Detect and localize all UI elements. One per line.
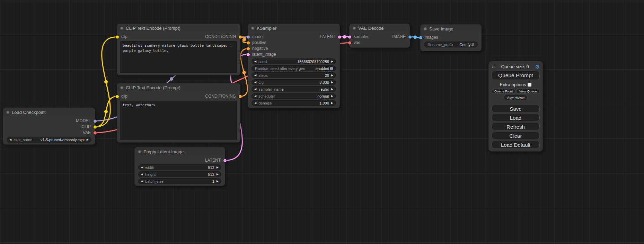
model-output-port[interactable]: [94, 119, 97, 123]
queue-prompt-button[interactable]: Queue Prompt: [492, 71, 540, 80]
filename-prefix-widget[interactable]: filename_prefix ComfyUI: [424, 42, 478, 47]
output-slot-label: CLIP: [81, 124, 91, 130]
negative-prompt-textarea[interactable]: text, watermark: [120, 101, 237, 140]
decrement-arrow-icon[interactable]: ◀: [254, 60, 256, 63]
image-output-port[interactable]: [408, 35, 412, 38]
slot-row: negative: [248, 46, 339, 52]
steps-widget[interactable]: ◀ steps 20 ▶: [252, 72, 336, 78]
clip-input-port[interactable]: [116, 95, 119, 98]
slot-row: model LATENT: [248, 34, 339, 40]
node-title-bar[interactable]: CLIP Text Encode (Prompt): [117, 83, 240, 92]
latent-output-port[interactable]: [338, 35, 341, 38]
decrement-arrow-icon[interactable]: ◀: [9, 138, 11, 141]
collapse-dot-icon[interactable]: [120, 27, 123, 30]
save-button[interactable]: Save: [492, 105, 540, 112]
decrement-arrow-icon[interactable]: ◀: [254, 95, 256, 98]
widget-label: cfg: [258, 80, 264, 84]
collapse-dot-icon[interactable]: [251, 27, 254, 30]
increment-arrow-icon[interactable]: ▶: [331, 81, 333, 84]
collapse-dot-icon[interactable]: [138, 150, 141, 153]
cfg-widget[interactable]: ◀ cfg 8.000 ▶: [252, 79, 336, 85]
decrement-arrow-icon[interactable]: ◀: [254, 81, 256, 84]
view-history-button[interactable]: View History: [504, 95, 528, 100]
negative-input-port[interactable]: [247, 47, 250, 50]
model-input-port[interactable]: [247, 35, 250, 38]
node-clip-text-encode-negative[interactable]: CLIP Text Encode (Prompt) clip CONDITION…: [117, 83, 240, 143]
collapse-dot-icon[interactable]: [353, 27, 356, 30]
node-clip-text-encode-positive[interactable]: CLIP Text Encode (Prompt) clip CONDITION…: [117, 24, 240, 75]
increment-arrow-icon[interactable]: ▶: [331, 60, 333, 63]
vae-output-port[interactable]: [94, 131, 97, 134]
samples-input-port[interactable]: [348, 35, 351, 38]
node-title: KSampler: [257, 26, 276, 31]
settings-gear-icon[interactable]: ⚙: [535, 64, 540, 69]
ckpt-name-widget[interactable]: ◀ ckpt_name v1-5-pruned-emaonly.ckpt ▶: [7, 137, 91, 143]
output-slot-row: CLIP: [3, 124, 95, 130]
drag-handle-icon[interactable]: ⠿: [492, 64, 495, 69]
positive-input-port[interactable]: [247, 41, 250, 44]
view-queue-button[interactable]: View Queue: [516, 89, 540, 94]
refresh-button[interactable]: Refresh: [492, 123, 540, 130]
increment-arrow-icon[interactable]: ▶: [331, 88, 333, 91]
conditioning-output-port[interactable]: [239, 95, 242, 98]
node-title-bar[interactable]: Save Image: [421, 25, 481, 33]
increment-arrow-icon[interactable]: ▶: [331, 74, 333, 77]
increment-arrow-icon[interactable]: ▶: [217, 166, 219, 169]
latent-image-input-port[interactable]: [247, 53, 250, 56]
scheduler-widget[interactable]: ◀ scheduler normal ▶: [252, 93, 336, 99]
width-widget[interactable]: ◀ width 512 ▶: [138, 164, 221, 170]
node-save-image[interactable]: Save Image images filename_prefix ComfyU…: [420, 24, 482, 51]
extra-options-label: Extra options: [500, 82, 526, 87]
node-load-checkpoint[interactable]: Load Checkpoint MODEL CLIP VAE ◀ ckpt_na…: [3, 108, 95, 145]
widget-label: seed: [258, 60, 267, 64]
node-title-bar[interactable]: CLIP Text Encode (Prompt): [117, 24, 240, 32]
clip-output-port[interactable]: [94, 125, 97, 128]
increment-arrow-icon[interactable]: ▶: [217, 180, 219, 183]
decrement-arrow-icon[interactable]: ◀: [254, 102, 256, 105]
node-ksampler[interactable]: KSampler model LATENT positive negative …: [248, 24, 340, 108]
slot-row: positive: [248, 40, 339, 46]
denoise-widget[interactable]: ◀ denoise 1.000 ▶: [252, 100, 336, 106]
extra-options-checkbox[interactable]: [528, 83, 531, 87]
increment-arrow-icon[interactable]: ▶: [331, 102, 333, 105]
input-slot-label: positive: [252, 40, 266, 46]
load-default-button[interactable]: Load Default: [492, 141, 540, 148]
node-title-bar[interactable]: Load Checkpoint: [3, 108, 95, 116]
node-empty-latent-image[interactable]: Empty Latent Image LATENT ◀ width 512 ▶ …: [134, 147, 225, 186]
decrement-arrow-icon[interactable]: ◀: [141, 180, 143, 183]
collapse-dot-icon[interactable]: [6, 111, 9, 114]
positive-prompt-textarea[interactable]: beautiful scenery nature glass bottle la…: [120, 41, 237, 73]
graph-canvas[interactable]: Load Checkpoint MODEL CLIP VAE ◀ ckpt_na…: [0, 0, 644, 244]
collapse-dot-icon[interactable]: [424, 27, 427, 30]
toggle-knob[interactable]: [330, 67, 333, 70]
batch-size-widget[interactable]: ◀ batch_size 1 ▶: [138, 178, 221, 184]
node-title-bar[interactable]: VAE Decode: [350, 24, 410, 32]
increment-arrow-icon[interactable]: ▶: [217, 173, 219, 176]
conditioning-output-port[interactable]: [239, 35, 242, 38]
increment-arrow-icon[interactable]: ▶: [87, 138, 89, 141]
load-button[interactable]: Load: [492, 114, 540, 121]
increment-arrow-icon[interactable]: ▶: [331, 95, 333, 98]
queue-front-button[interactable]: Queue Front: [492, 89, 515, 94]
latent-output-port[interactable]: [223, 159, 227, 162]
decrement-arrow-icon[interactable]: ◀: [141, 166, 143, 169]
random-seed-toggle-widget[interactable]: Random seed after every gen enabled: [252, 65, 336, 71]
comfy-menu-panel: ⠿ Queue size: 0 ⚙ Queue Prompt Extra opt…: [488, 61, 543, 152]
collapse-dot-icon[interactable]: [120, 86, 123, 89]
clear-button[interactable]: Clear: [492, 132, 540, 139]
height-widget[interactable]: ◀ height 512 ▶: [138, 171, 221, 177]
vae-input-port[interactable]: [348, 41, 351, 44]
node-title-bar[interactable]: KSampler: [248, 24, 339, 32]
output-slot-label: IMAGE: [392, 34, 406, 40]
slot-row: images: [421, 35, 481, 40]
node-title-bar[interactable]: Empty Latent Image: [135, 147, 225, 156]
decrement-arrow-icon[interactable]: ◀: [254, 88, 256, 91]
images-input-port[interactable]: [419, 36, 422, 39]
clip-input-port[interactable]: [116, 35, 119, 38]
node-vae-decode[interactable]: VAE Decode samples IMAGE vae: [349, 24, 410, 48]
sampler-name-widget[interactable]: ◀ sampler_name euler ▶: [252, 86, 336, 92]
input-slot-label: latent_image: [252, 52, 276, 57]
seed-widget[interactable]: ◀ seed 156680208700286 ▶: [252, 58, 336, 64]
decrement-arrow-icon[interactable]: ◀: [141, 173, 143, 176]
decrement-arrow-icon[interactable]: ◀: [254, 74, 256, 77]
